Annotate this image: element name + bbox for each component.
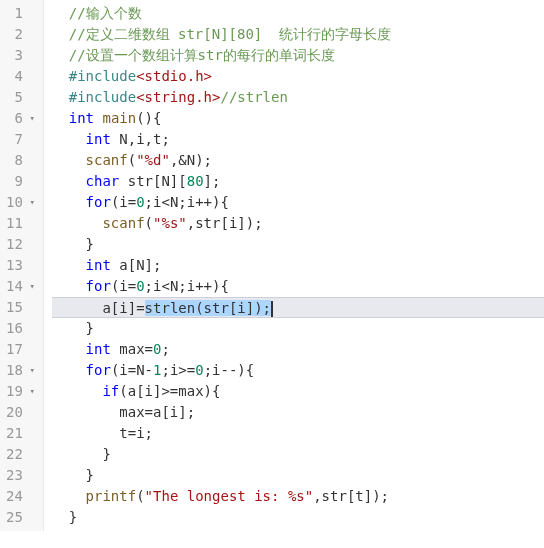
code-token: scanf bbox=[102, 215, 144, 231]
code-token: if bbox=[102, 383, 119, 399]
code-token: #include bbox=[69, 89, 136, 105]
code-token: strlen(str[i]); bbox=[145, 300, 271, 316]
code-area[interactable]: //输入个数 //定义二维数组 str[N][80] 统计行的字母长度 //设置… bbox=[44, 0, 544, 531]
line-number: 16 bbox=[6, 318, 35, 339]
text-cursor bbox=[271, 301, 273, 317]
code-token: } bbox=[102, 446, 110, 462]
code-line[interactable]: } bbox=[52, 465, 544, 486]
code-line[interactable]: int N,i,t; bbox=[52, 129, 544, 150]
gutter: 123456▾78910▾11121314▾15161718▾19▾202122… bbox=[0, 0, 44, 531]
code-token: ; bbox=[161, 341, 169, 357]
line-number: 10▾ bbox=[6, 192, 35, 213]
code-token: N,i,t; bbox=[111, 131, 170, 147]
code-token: <string.h> bbox=[136, 89, 220, 105]
line-number: 7 bbox=[6, 129, 35, 150]
line-number: 24 bbox=[6, 486, 35, 507]
line-number: 20 bbox=[6, 402, 35, 423]
code-line[interactable]: scanf("%d",&N); bbox=[52, 150, 544, 171]
line-number: 5 bbox=[6, 87, 35, 108]
line-number: 9 bbox=[6, 171, 35, 192]
fold-toggle-icon[interactable]: ▾ bbox=[27, 192, 35, 213]
code-token: a[N]; bbox=[111, 257, 162, 273]
code-token: ,&N); bbox=[170, 152, 212, 168]
code-token: ( bbox=[145, 215, 153, 231]
code-token: ,str[i]); bbox=[187, 215, 263, 231]
code-token: (i= bbox=[111, 194, 136, 210]
fold-toggle-icon[interactable]: ▾ bbox=[27, 276, 35, 297]
code-line[interactable]: } bbox=[52, 234, 544, 255]
code-editor[interactable]: 123456▾78910▾11121314▾15161718▾19▾202122… bbox=[0, 0, 544, 531]
line-number: 15 bbox=[6, 297, 35, 318]
code-token: int bbox=[69, 110, 94, 126]
code-line[interactable]: for(i=0;i<N;i++){ bbox=[52, 192, 544, 213]
line-number: 12 bbox=[6, 234, 35, 255]
code-line[interactable]: } bbox=[52, 318, 544, 339]
line-number: 19▾ bbox=[6, 381, 35, 402]
code-token: "The longest is: %s" bbox=[145, 488, 314, 504]
code-line[interactable]: #include<string.h>//strlen bbox=[52, 87, 544, 108]
code-line[interactable]: } bbox=[52, 444, 544, 465]
code-token: ( bbox=[128, 152, 136, 168]
code-line[interactable]: a[i]=strlen(str[i]); bbox=[52, 297, 544, 318]
code-token: (){ bbox=[136, 110, 161, 126]
code-line[interactable]: int main(){ bbox=[52, 108, 544, 129]
line-number: 11 bbox=[6, 213, 35, 234]
line-number: 22 bbox=[6, 444, 35, 465]
code-token: ;i--){ bbox=[204, 362, 255, 378]
code-token: for bbox=[86, 278, 111, 294]
code-token: int bbox=[86, 131, 111, 147]
line-number: 1 bbox=[6, 3, 35, 24]
code-token: char bbox=[86, 173, 120, 189]
code-line[interactable]: //设置一个数组计算str的每行的单词长度 bbox=[52, 45, 544, 66]
code-line[interactable]: max=a[i]; bbox=[52, 402, 544, 423]
code-token: for bbox=[86, 362, 111, 378]
code-token: //定义二维数组 str[N][80] 统计行的字母长度 bbox=[69, 26, 391, 42]
line-number: 3 bbox=[6, 45, 35, 66]
code-line[interactable]: char str[N][80]; bbox=[52, 171, 544, 192]
fold-toggle-icon[interactable]: ▾ bbox=[27, 381, 35, 402]
code-token: <stdio.h> bbox=[136, 68, 212, 84]
fold-toggle-icon[interactable]: ▾ bbox=[27, 360, 35, 381]
code-line[interactable]: //输入个数 bbox=[52, 3, 544, 24]
code-token: ;i>= bbox=[161, 362, 195, 378]
code-line[interactable]: for(i=0;i<N;i++){ bbox=[52, 276, 544, 297]
code-token: "%s" bbox=[153, 215, 187, 231]
code-token: } bbox=[86, 467, 94, 483]
code-token: //设置一个数组计算str的每行的单词长度 bbox=[69, 47, 335, 63]
code-line[interactable]: int a[N]; bbox=[52, 255, 544, 276]
code-line[interactable]: t=i; bbox=[52, 423, 544, 444]
code-line[interactable]: printf("The longest is: %s",str[t]); bbox=[52, 486, 544, 507]
code-token: (a[i]>=max){ bbox=[119, 383, 220, 399]
code-token: 0 bbox=[136, 278, 144, 294]
code-token: ,str[t]); bbox=[313, 488, 389, 504]
code-line[interactable]: #include<stdio.h> bbox=[52, 66, 544, 87]
code-line[interactable]: for(i=N-1;i>=0;i--){ bbox=[52, 360, 544, 381]
line-number: 23 bbox=[6, 465, 35, 486]
code-line[interactable]: if(a[i]>=max){ bbox=[52, 381, 544, 402]
fold-toggle-icon[interactable]: ▾ bbox=[27, 108, 35, 129]
code-line[interactable]: scanf("%s",str[i]); bbox=[52, 213, 544, 234]
line-number: 17 bbox=[6, 339, 35, 360]
line-number: 25 bbox=[6, 507, 35, 528]
line-number: 13 bbox=[6, 255, 35, 276]
code-line[interactable]: } bbox=[52, 507, 544, 528]
code-token: ]; bbox=[204, 173, 221, 189]
code-token: 0 bbox=[136, 194, 144, 210]
code-token: int bbox=[86, 257, 111, 273]
line-number: 8 bbox=[6, 150, 35, 171]
code-token: main bbox=[102, 110, 136, 126]
code-token: 0 bbox=[195, 362, 203, 378]
code-token: } bbox=[69, 509, 77, 525]
code-token: ( bbox=[136, 488, 144, 504]
line-number: 14▾ bbox=[6, 276, 35, 297]
code-token: //输入个数 bbox=[69, 5, 142, 21]
code-line[interactable]: //定义二维数组 str[N][80] 统计行的字母长度 bbox=[52, 24, 544, 45]
line-number: 21 bbox=[6, 423, 35, 444]
code-token: ;i<N;i++){ bbox=[145, 194, 229, 210]
code-token: ;i<N;i++){ bbox=[145, 278, 229, 294]
code-token: a[i]= bbox=[102, 300, 144, 316]
code-token: "%d" bbox=[136, 152, 170, 168]
code-token: } bbox=[86, 236, 94, 252]
code-line[interactable]: int max=0; bbox=[52, 339, 544, 360]
line-number: 18▾ bbox=[6, 360, 35, 381]
